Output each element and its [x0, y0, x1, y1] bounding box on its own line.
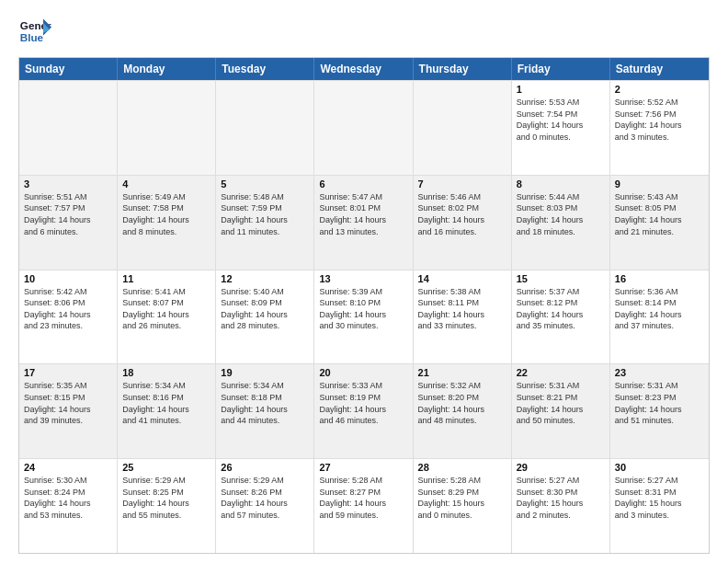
header-day-friday: Friday — [512, 58, 610, 80]
day-cell-26: 26Sunrise: 5:29 AMSunset: 8:26 PMDayligh… — [216, 459, 314, 553]
day-cell-6: 6Sunrise: 5:47 AMSunset: 8:01 PMDaylight… — [314, 176, 413, 270]
empty-cell — [118, 81, 216, 175]
day-number: 20 — [319, 367, 407, 378]
calendar-row-1: 3Sunrise: 5:51 AMSunset: 7:57 PMDaylight… — [19, 175, 709, 270]
day-info: Sunrise: 5:27 AMSunset: 8:31 PMDaylight:… — [615, 475, 704, 521]
day-cell-11: 11Sunrise: 5:41 AMSunset: 8:07 PMDayligh… — [118, 270, 216, 364]
day-info: Sunrise: 5:32 AMSunset: 8:20 PMDaylight:… — [418, 380, 506, 426]
day-cell-5: 5Sunrise: 5:48 AMSunset: 7:59 PMDaylight… — [216, 176, 314, 270]
header-day-sunday: Sunday — [19, 58, 118, 80]
empty-cell — [19, 81, 118, 175]
day-cell-8: 8Sunrise: 5:44 AMSunset: 8:03 PMDaylight… — [512, 176, 610, 270]
calendar-row-3: 17Sunrise: 5:35 AMSunset: 8:15 PMDayligh… — [19, 363, 709, 458]
day-cell-21: 21Sunrise: 5:32 AMSunset: 8:20 PMDayligh… — [414, 364, 512, 458]
day-number: 24 — [24, 462, 112, 473]
day-number: 6 — [319, 178, 407, 190]
day-number: 7 — [418, 178, 506, 190]
day-cell-29: 29Sunrise: 5:27 AMSunset: 8:30 PMDayligh… — [512, 459, 610, 553]
day-info: Sunrise: 5:34 AMSunset: 8:18 PMDaylight:… — [221, 380, 309, 426]
day-info: Sunrise: 5:44 AMSunset: 8:03 PMDaylight:… — [517, 191, 605, 237]
day-number: 10 — [24, 273, 112, 284]
calendar: SundayMondayTuesdayWednesdayThursdayFrid… — [18, 57, 710, 554]
day-number: 16 — [615, 273, 704, 284]
day-number: 21 — [418, 367, 506, 378]
day-number: 22 — [517, 367, 605, 378]
calendar-row-4: 24Sunrise: 5:30 AMSunset: 8:24 PMDayligh… — [19, 458, 709, 553]
day-info: Sunrise: 5:49 AMSunset: 7:58 PMDaylight:… — [122, 191, 210, 237]
day-cell-9: 9Sunrise: 5:43 AMSunset: 8:05 PMDaylight… — [610, 176, 709, 270]
day-info: Sunrise: 5:29 AMSunset: 8:25 PMDaylight:… — [122, 475, 210, 521]
day-cell-7: 7Sunrise: 5:46 AMSunset: 8:02 PMDaylight… — [414, 176, 512, 270]
day-number: 28 — [418, 462, 506, 473]
calendar-body: 1Sunrise: 5:53 AMSunset: 7:54 PMDaylight… — [19, 80, 709, 553]
day-number: 29 — [517, 462, 605, 473]
logo: General Blue — [18, 15, 51, 48]
day-cell-15: 15Sunrise: 5:37 AMSunset: 8:12 PMDayligh… — [512, 270, 610, 364]
day-number: 13 — [319, 273, 407, 284]
day-number: 19 — [221, 367, 309, 378]
header-day-saturday: Saturday — [610, 58, 709, 80]
day-info: Sunrise: 5:31 AMSunset: 8:21 PMDaylight:… — [517, 380, 605, 426]
day-number: 2 — [615, 84, 704, 95]
day-number: 1 — [517, 84, 605, 95]
day-number: 25 — [122, 462, 210, 473]
day-cell-30: 30Sunrise: 5:27 AMSunset: 8:31 PMDayligh… — [610, 459, 709, 553]
day-info: Sunrise: 5:30 AMSunset: 8:24 PMDaylight:… — [24, 475, 112, 521]
day-number: 5 — [221, 178, 309, 190]
day-number: 11 — [122, 273, 210, 284]
day-cell-27: 27Sunrise: 5:28 AMSunset: 8:27 PMDayligh… — [314, 459, 413, 553]
day-info: Sunrise: 5:37 AMSunset: 8:12 PMDaylight:… — [517, 286, 605, 332]
day-cell-19: 19Sunrise: 5:34 AMSunset: 8:18 PMDayligh… — [216, 364, 314, 458]
day-number: 9 — [615, 178, 704, 190]
empty-cell — [414, 81, 512, 175]
day-number: 30 — [615, 462, 704, 473]
day-cell-28: 28Sunrise: 5:28 AMSunset: 8:29 PMDayligh… — [414, 459, 512, 553]
day-info: Sunrise: 5:46 AMSunset: 8:02 PMDaylight:… — [418, 191, 506, 237]
day-info: Sunrise: 5:35 AMSunset: 8:15 PMDaylight:… — [24, 380, 112, 426]
day-cell-17: 17Sunrise: 5:35 AMSunset: 8:15 PMDayligh… — [19, 364, 118, 458]
day-info: Sunrise: 5:36 AMSunset: 8:14 PMDaylight:… — [615, 286, 704, 332]
day-info: Sunrise: 5:47 AMSunset: 8:01 PMDaylight:… — [319, 191, 407, 237]
day-cell-13: 13Sunrise: 5:39 AMSunset: 8:10 PMDayligh… — [314, 270, 413, 364]
header-day-monday: Monday — [118, 58, 216, 80]
header-day-tuesday: Tuesday — [216, 58, 314, 80]
day-cell-18: 18Sunrise: 5:34 AMSunset: 8:16 PMDayligh… — [118, 364, 216, 458]
day-info: Sunrise: 5:48 AMSunset: 7:59 PMDaylight:… — [221, 191, 309, 237]
day-number: 4 — [122, 178, 210, 190]
day-number: 27 — [319, 462, 407, 473]
calendar-row-2: 10Sunrise: 5:42 AMSunset: 8:06 PMDayligh… — [19, 270, 709, 364]
calendar-header: SundayMondayTuesdayWednesdayThursdayFrid… — [19, 58, 709, 80]
day-cell-4: 4Sunrise: 5:49 AMSunset: 7:58 PMDaylight… — [118, 176, 216, 270]
day-number: 23 — [615, 367, 704, 378]
day-cell-22: 22Sunrise: 5:31 AMSunset: 8:21 PMDayligh… — [512, 364, 610, 458]
calendar-row-0: 1Sunrise: 5:53 AMSunset: 7:54 PMDaylight… — [19, 80, 709, 175]
day-info: Sunrise: 5:40 AMSunset: 8:09 PMDaylight:… — [221, 286, 309, 332]
day-info: Sunrise: 5:39 AMSunset: 8:10 PMDaylight:… — [319, 286, 407, 332]
day-info: Sunrise: 5:34 AMSunset: 8:16 PMDaylight:… — [122, 380, 210, 426]
day-cell-1: 1Sunrise: 5:53 AMSunset: 7:54 PMDaylight… — [512, 81, 610, 175]
day-info: Sunrise: 5:31 AMSunset: 8:23 PMDaylight:… — [615, 380, 704, 426]
day-cell-3: 3Sunrise: 5:51 AMSunset: 7:57 PMDaylight… — [19, 176, 118, 270]
empty-cell — [216, 81, 314, 175]
day-info: Sunrise: 5:42 AMSunset: 8:06 PMDaylight:… — [24, 286, 112, 332]
day-cell-2: 2Sunrise: 5:52 AMSunset: 7:56 PMDaylight… — [610, 81, 709, 175]
day-info: Sunrise: 5:41 AMSunset: 8:07 PMDaylight:… — [122, 286, 210, 332]
day-cell-14: 14Sunrise: 5:38 AMSunset: 8:11 PMDayligh… — [414, 270, 512, 364]
day-info: Sunrise: 5:43 AMSunset: 8:05 PMDaylight:… — [615, 191, 704, 237]
day-cell-23: 23Sunrise: 5:31 AMSunset: 8:23 PMDayligh… — [610, 364, 709, 458]
day-number: 15 — [517, 273, 605, 284]
svg-text:Blue: Blue — [20, 31, 44, 43]
header: General Blue — [18, 15, 710, 48]
day-info: Sunrise: 5:27 AMSunset: 8:30 PMDaylight:… — [517, 475, 605, 521]
day-number: 26 — [221, 462, 309, 473]
day-info: Sunrise: 5:38 AMSunset: 8:11 PMDaylight:… — [418, 286, 506, 332]
day-cell-25: 25Sunrise: 5:29 AMSunset: 8:25 PMDayligh… — [118, 459, 216, 553]
empty-cell — [314, 81, 413, 175]
day-info: Sunrise: 5:28 AMSunset: 8:29 PMDaylight:… — [418, 475, 506, 521]
day-cell-24: 24Sunrise: 5:30 AMSunset: 8:24 PMDayligh… — [19, 459, 118, 553]
day-number: 14 — [418, 273, 506, 284]
day-info: Sunrise: 5:28 AMSunset: 8:27 PMDaylight:… — [319, 475, 407, 521]
header-day-thursday: Thursday — [414, 58, 512, 80]
day-info: Sunrise: 5:53 AMSunset: 7:54 PMDaylight:… — [517, 97, 605, 143]
day-cell-20: 20Sunrise: 5:33 AMSunset: 8:19 PMDayligh… — [314, 364, 413, 458]
